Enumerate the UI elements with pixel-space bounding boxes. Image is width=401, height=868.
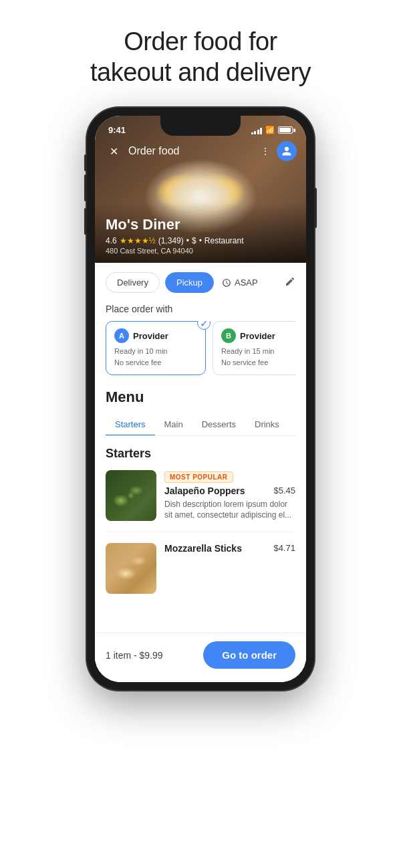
- top-bar-left: ✕ Order food: [104, 142, 179, 160]
- menu-item-1[interactable]: MOST POPULAR Jalapeño Poppers $5.45 Dish…: [106, 470, 295, 533]
- provider-b-name: Provider: [240, 331, 275, 341]
- signal-bar-3: [257, 130, 259, 134]
- provider-a-ready: Ready in 10 min: [114, 346, 197, 357]
- item-2-price: $4.71: [273, 543, 295, 553]
- tab-desserts[interactable]: Desserts: [192, 414, 245, 436]
- provider-b-header: B Provider: [221, 328, 295, 343]
- wifi-icon: 📶: [265, 126, 275, 134]
- battery-icon: [278, 126, 293, 134]
- section-title-starters: Starters: [106, 447, 295, 461]
- item-1-info: MOST POPULAR Jalapeño Poppers $5.45 Dish…: [164, 470, 295, 522]
- separator-2: •: [199, 236, 202, 245]
- provider-a-badge: A: [114, 328, 129, 343]
- battery-fill: [279, 128, 291, 132]
- item-1-image: [106, 470, 156, 521]
- provider-a-header: A Provider: [114, 328, 197, 343]
- vol-down-button: [84, 208, 87, 235]
- restaurant-address: 480 Cast Street, CA 94040: [106, 247, 295, 255]
- price-range: $: [192, 236, 196, 245]
- time-label: ASAP: [235, 278, 258, 288]
- signal-bar-4: [260, 128, 262, 134]
- tab-starters[interactable]: Starters: [106, 414, 155, 436]
- place-order-label: Place order with: [106, 304, 295, 314]
- item-1-description: Dish description lorem ipsum dolor sit a…: [164, 499, 295, 522]
- power-button: [314, 188, 317, 228]
- provider-a-fee: No service fee: [114, 357, 197, 368]
- menu-item-2[interactable]: Mozzarella Sticks $4.71: [106, 543, 295, 605]
- restaurant-rating-row: 4.6 ★★★★½ (1,349) • $ • Restaurant: [106, 236, 295, 245]
- screen-title: Order food: [128, 145, 179, 157]
- menu-tabs: Starters Main Desserts Drinks Sweets & T…: [106, 414, 295, 436]
- phone-notch: [160, 116, 241, 136]
- cart-summary: 1 item - $9.99: [106, 650, 163, 661]
- overflow-menu-button[interactable]: ⋮: [261, 146, 271, 156]
- person-icon: [281, 146, 292, 156]
- provider-a-name: Provider: [133, 331, 168, 341]
- providers-row: ✓ A Provider Ready in 10 min No service …: [106, 321, 295, 375]
- silent-button: [84, 154, 87, 171]
- rating-value: 4.6: [106, 236, 117, 245]
- clock-icon: [222, 278, 231, 288]
- rating-count: (1,349): [158, 236, 184, 245]
- phone-screen: 9:41 📶: [95, 116, 306, 682]
- signal-bar-2: [254, 131, 256, 134]
- item-1-name-row: Jalapeño Poppers $5.45: [164, 485, 295, 496]
- provider-b-badge: B: [221, 328, 236, 343]
- pickup-tab[interactable]: Pickup: [165, 272, 214, 293]
- signal-bar-1: [251, 132, 253, 134]
- bottom-bar: 1 item - $9.99 Go to order: [95, 633, 306, 682]
- top-bar-right: ⋮: [261, 141, 297, 161]
- tab-main[interactable]: Main: [155, 414, 192, 436]
- item-2-name-row: Mozzarella Sticks $4.71: [164, 543, 295, 554]
- order-type-row: Delivery Pickup ASAP: [106, 272, 295, 293]
- restaurant-type: Restaurant: [205, 236, 244, 245]
- provider-card-a[interactable]: ✓ A Provider Ready in 10 min No service …: [106, 321, 206, 375]
- vol-up-button: [84, 175, 87, 201]
- item-2-image: [106, 543, 156, 594]
- item-1-name: Jalapeño Poppers: [164, 485, 245, 496]
- signal-icon: [251, 126, 263, 134]
- item-1-price: $5.45: [273, 485, 295, 496]
- provider-b-fee: No service fee: [221, 357, 295, 368]
- main-content: Delivery Pickup ASAP Plac: [95, 263, 306, 682]
- hero-image: ✕ Order food ⋮ Mo's Diner: [95, 116, 306, 263]
- provider-b-ready: Ready in 15 min: [221, 346, 295, 357]
- page-title: Order food fortakeout and delivery: [70, 0, 331, 108]
- phone-mockup: 9:41 📶: [87, 108, 314, 690]
- most-popular-badge: MOST POPULAR: [164, 471, 233, 483]
- edit-icon: [285, 276, 295, 287]
- item-2-name: Mozzarella Sticks: [164, 543, 242, 554]
- menu-title: Menu: [106, 389, 295, 406]
- tab-drinks[interactable]: Drinks: [245, 414, 289, 436]
- provider-selected-check: ✓: [197, 321, 211, 330]
- item-2-info: Mozzarella Sticks $4.71: [164, 543, 295, 594]
- provider-card-b[interactable]: B Provider Ready in 15 min No service fe…: [213, 321, 295, 375]
- status-time: 9:41: [108, 125, 126, 135]
- restaurant-info-overlay: Mo's Diner 4.6 ★★★★½ (1,349) • $ • Resta…: [95, 203, 306, 263]
- stars-icon: ★★★★½: [120, 236, 156, 245]
- delivery-tab[interactable]: Delivery: [106, 272, 160, 293]
- restaurant-name: Mo's Diner: [106, 216, 295, 233]
- status-icons: 📶: [251, 126, 293, 134]
- close-button[interactable]: ✕: [104, 142, 123, 160]
- avatar-button[interactable]: [277, 141, 297, 161]
- go-to-order-button[interactable]: Go to order: [203, 641, 295, 669]
- time-selector[interactable]: ASAP: [222, 278, 258, 288]
- edit-button[interactable]: [285, 276, 295, 289]
- tab-sweets[interactable]: Sweets & Treats: [289, 414, 295, 436]
- separator-1: •: [186, 236, 189, 245]
